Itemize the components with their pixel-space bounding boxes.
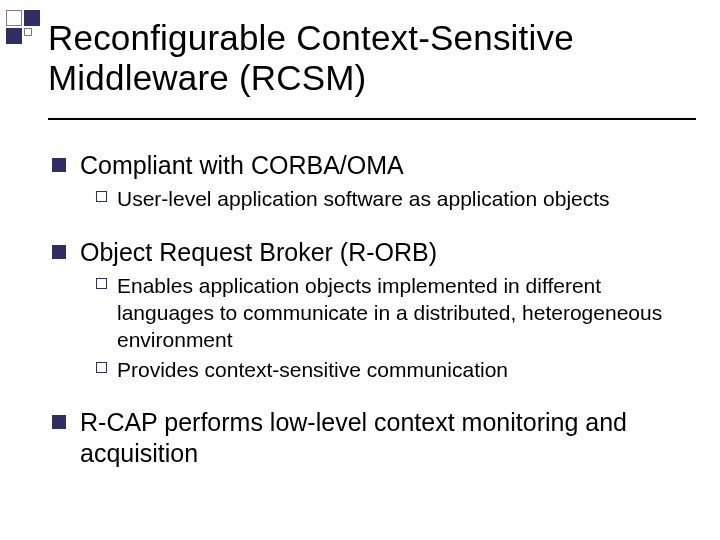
hollow-square-icon: [96, 362, 107, 373]
subbullet-text: Enables application objects implemented …: [117, 272, 690, 354]
bullet-text: Compliant with CORBA/OMA: [80, 150, 690, 181]
subbullet-text: User-level application software as appli…: [117, 185, 690, 212]
deco-square: [6, 10, 22, 26]
deco-square-small: [24, 28, 32, 36]
bullet-level1: R-CAP performs low-level context monitor…: [52, 407, 690, 470]
bullet-level2: Provides context-sensitive communication: [96, 356, 690, 383]
hollow-square-icon: [96, 278, 107, 289]
square-bullet-icon: [52, 245, 66, 259]
title-underline: [48, 118, 696, 120]
hollow-square-icon: [96, 191, 107, 202]
slide-title: Reconfigurable Context-Sensitive Middlew…: [48, 18, 700, 99]
deco-square-dark: [6, 28, 22, 44]
bullet-level1: Object Request Broker (R-ORB): [52, 237, 690, 268]
bullet-level2: Enables application objects implemented …: [96, 272, 690, 354]
corner-decoration: [6, 10, 44, 42]
bullet-level1: Compliant with CORBA/OMA: [52, 150, 690, 181]
bullet-text: Object Request Broker (R-ORB): [80, 237, 690, 268]
bullet-level2: User-level application software as appli…: [96, 185, 690, 212]
bullet-text: R-CAP performs low-level context monitor…: [80, 407, 690, 470]
subbullet-text: Provides context-sensitive communication: [117, 356, 690, 383]
slide-body: Compliant with CORBA/OMA User-level appl…: [52, 140, 690, 469]
deco-square-dark: [24, 10, 40, 26]
square-bullet-icon: [52, 158, 66, 172]
sublist: User-level application software as appli…: [96, 185, 690, 212]
sublist: Enables application objects implemented …: [96, 272, 690, 383]
slide: Reconfigurable Context-Sensitive Middlew…: [0, 0, 720, 540]
square-bullet-icon: [52, 415, 66, 429]
